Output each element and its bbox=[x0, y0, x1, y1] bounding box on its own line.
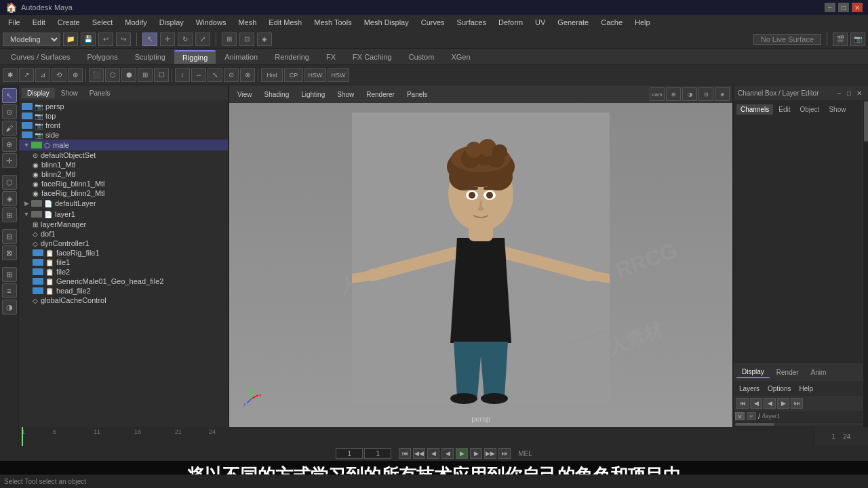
tb2-icon-9[interactable]: ⊞ bbox=[138, 68, 153, 82]
outliner-scrollbar[interactable] bbox=[863, 100, 868, 427]
menu-item-mesh[interactable]: Mesh bbox=[233, 17, 262, 28]
tool-rig1[interactable]: ⬡ bbox=[2, 175, 17, 190]
dra-tab-render[interactable]: Render bbox=[771, 367, 804, 378]
layers-btn-3[interactable]: ◀ bbox=[764, 398, 776, 409]
dra-tab-display[interactable]: Display bbox=[736, 367, 770, 378]
ch-tab-channels[interactable]: Channels bbox=[736, 104, 773, 115]
vp-menu-view[interactable]: View bbox=[232, 90, 258, 99]
menu-item-create[interactable]: Create bbox=[52, 17, 85, 28]
tb2-icon-6[interactable]: ⬛ bbox=[89, 68, 104, 82]
tool-paint[interactable]: 🖌 bbox=[2, 121, 17, 136]
menu-item-file[interactable]: File bbox=[3, 17, 26, 28]
vis-faceRig-file1[interactable] bbox=[33, 249, 43, 256]
ch-tab-object[interactable]: Object bbox=[796, 104, 824, 115]
outliner-item-male[interactable]: ▼ ⬡ male bbox=[19, 140, 228, 150]
menu-item-help[interactable]: Help bbox=[629, 17, 656, 28]
tool-rig2[interactable]: ◈ bbox=[2, 191, 17, 206]
lpanel-tab-show[interactable]: Show bbox=[56, 88, 83, 98]
scrollbar-thumb[interactable] bbox=[864, 101, 868, 142]
layers-menu-help[interactable]: Help bbox=[796, 384, 816, 393]
outliner-item-layer1[interactable]: ▼ 📄 layer1 bbox=[19, 209, 228, 220]
toolbar-icon-2[interactable]: 💾 bbox=[81, 33, 96, 46]
toolbar-icon-snap1[interactable]: ⊞ bbox=[222, 33, 237, 46]
tab-curves--surfaces[interactable]: Curves / Surfaces bbox=[3, 51, 78, 63]
pb-play-back[interactable]: ◀ bbox=[441, 448, 454, 459]
vis-file2[interactable] bbox=[33, 268, 43, 275]
tab-rigging[interactable]: Rigging bbox=[174, 50, 216, 64]
menu-item-select[interactable]: Select bbox=[87, 17, 119, 28]
lpanel-tab-panels[interactable]: Panels bbox=[84, 88, 116, 98]
toolbar-icon-render1[interactable]: 🎬 bbox=[833, 33, 848, 46]
layers-btn-4[interactable]: ▶ bbox=[777, 398, 789, 409]
outliner-item-blinn2[interactable]: ◉ blinn2_Mtl bbox=[19, 169, 228, 179]
toolbar-icon-4[interactable]: ↪ bbox=[116, 33, 131, 46]
menu-item-generate[interactable]: Generate bbox=[552, 17, 594, 28]
outliner-item-file1[interactable]: 📋 file1 bbox=[19, 258, 228, 267]
outliner-item-genericMale[interactable]: 📋 GenericMale01_Geo_head_file2 bbox=[19, 277, 228, 286]
pb-go-start[interactable]: ⏮ bbox=[399, 448, 411, 459]
tb2-icon-8[interactable]: ⬢ bbox=[121, 68, 136, 82]
menu-item-windows[interactable]: Windows bbox=[191, 17, 232, 28]
vp-menu-renderer[interactable]: Renderer bbox=[361, 90, 400, 99]
vp-menu-panels[interactable]: Panels bbox=[401, 90, 433, 99]
vis-head-file2[interactable] bbox=[33, 287, 43, 294]
vis-male[interactable] bbox=[31, 142, 42, 148]
rp-scrollbar-thumb[interactable] bbox=[735, 423, 774, 426]
tool-snap2[interactable]: ⊠ bbox=[2, 245, 17, 260]
menu-item-curves[interactable]: Curves bbox=[416, 17, 450, 28]
vis-layer1[interactable] bbox=[31, 211, 42, 218]
tb2-icon-7[interactable]: ⬡ bbox=[105, 68, 120, 82]
rp-minimize[interactable]: − bbox=[835, 89, 844, 97]
vis-side[interactable] bbox=[22, 131, 33, 138]
outliner-item-dof1[interactable]: ◇ dof1 bbox=[19, 229, 228, 239]
toolbar-icon-snap3[interactable]: ◈ bbox=[257, 33, 272, 46]
timeline-playhead[interactable] bbox=[22, 427, 23, 446]
vp-menu-show[interactable]: Show bbox=[332, 90, 359, 99]
outliner-item-dynController1[interactable]: ◇ dynController1 bbox=[19, 239, 228, 248]
toolbar-icon-scale[interactable]: ⤢ bbox=[195, 33, 210, 46]
pb-go-end[interactable]: ⏭ bbox=[498, 448, 511, 459]
expand-defaultLayer[interactable]: ▶ bbox=[22, 199, 31, 208]
lpanel-tab-display[interactable]: Display bbox=[22, 88, 55, 98]
vp-icon-1[interactable]: cam bbox=[650, 87, 665, 101]
outliner-item-front[interactable]: 📷 front bbox=[19, 121, 228, 130]
outliner-item-globalCacheControl[interactable]: ◇ globalCacheControl bbox=[19, 296, 228, 305]
outliner-item-blinn1[interactable]: ◉ blinn1_Mtl bbox=[19, 160, 228, 169]
tb2-hist[interactable]: Hist bbox=[261, 68, 283, 82]
vis-file1[interactable] bbox=[33, 259, 43, 266]
vp-menu-shading[interactable]: Shading bbox=[259, 90, 295, 99]
tb2-icon-1[interactable]: ✱ bbox=[3, 68, 18, 82]
toolbar-icon-1[interactable]: 📁 bbox=[63, 33, 78, 46]
tab-sculpting[interactable]: Sculpting bbox=[127, 51, 174, 63]
outliner-item-top[interactable]: 📷 top bbox=[19, 111, 228, 121]
vis-top[interactable] bbox=[22, 113, 33, 119]
toolbar-icon-snap2[interactable]: ⊡ bbox=[239, 33, 254, 46]
tool-grid[interactable]: ⊞ bbox=[2, 267, 17, 282]
vp-icon-4[interactable]: ⊡ bbox=[698, 87, 713, 101]
layer-p-layer1[interactable]: P bbox=[747, 412, 756, 420]
pb-next-key[interactable]: ▶ bbox=[470, 448, 482, 459]
outliner-item-faceRig-blinn2[interactable]: ◉ faceRig_blinn2_Mtl bbox=[19, 188, 228, 198]
tab-polygons[interactable]: Polygons bbox=[79, 51, 125, 63]
menu-item-edit[interactable]: Edit bbox=[27, 17, 51, 28]
tb2-icon-10[interactable]: ☐ bbox=[154, 68, 169, 82]
tool-select[interactable]: ↖ bbox=[2, 88, 17, 103]
tb2-icon-13[interactable]: ⤡ bbox=[208, 68, 222, 82]
tab-animation[interactable]: Animation bbox=[216, 51, 266, 63]
outliner-item-defaultObjectSet[interactable]: ⊙ defaultObjectSet bbox=[19, 150, 228, 160]
outliner-item-persp[interactable]: 📷 persp bbox=[19, 102, 228, 111]
tab-xgen[interactable]: XGen bbox=[443, 51, 478, 63]
frame-display-2[interactable]: 1 bbox=[364, 448, 391, 459]
tb2-icon-12[interactable]: ↔ bbox=[191, 68, 206, 82]
ch-tab-show[interactable]: Show bbox=[825, 104, 850, 115]
tb2-icon-3[interactable]: ⊿ bbox=[35, 68, 50, 82]
menu-item-cache[interactable]: Cache bbox=[595, 17, 628, 28]
tool-lasso[interactable]: ⊙ bbox=[2, 104, 17, 119]
toolbar-icon-render2[interactable]: 📷 bbox=[850, 33, 865, 46]
outliner-item-file2[interactable]: 📋 file2 bbox=[19, 267, 228, 277]
tb2-icon-2[interactable]: ↗ bbox=[19, 68, 34, 82]
tb2-hsw2[interactable]: HSW bbox=[328, 68, 349, 82]
vis-front[interactable] bbox=[22, 122, 33, 129]
menu-item-modify[interactable]: Modify bbox=[119, 17, 152, 28]
tab-fx[interactable]: FX bbox=[318, 51, 344, 63]
